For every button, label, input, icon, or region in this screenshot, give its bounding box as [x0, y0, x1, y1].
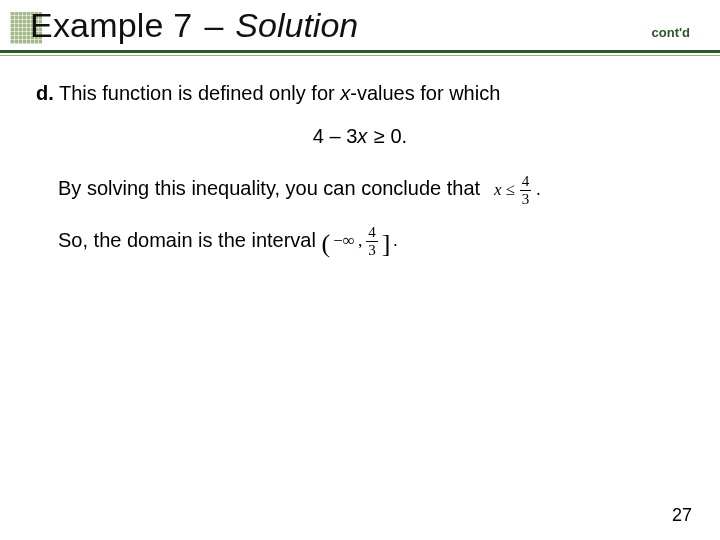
header-rule-primary [0, 50, 720, 53]
slide-title: Example 7 – Solution [30, 6, 358, 45]
ineq-rhs: 0. [390, 125, 407, 147]
intro-var-x: x [340, 82, 350, 104]
interval-frac-den: 3 [366, 242, 378, 258]
ineq-lhs-var: x [357, 125, 367, 147]
header-rule-secondary [0, 55, 720, 56]
slide-body: d. This function is defined only for x-v… [36, 80, 684, 276]
leq-symbol: ≤ [505, 179, 514, 202]
intro-line: d. This function is defined only for x-v… [36, 80, 684, 107]
inequality-expression: 4 – 3x ≥ 0. [36, 125, 684, 148]
intro-text-2: -values for which [350, 82, 500, 104]
part-d-label: d. [36, 82, 54, 104]
concl-fraction: 4 3 [519, 174, 533, 207]
interval-comma: , [358, 230, 362, 253]
conclusion-text: By solving this inequality, you can conc… [58, 177, 480, 199]
interval-neg-infinity: −∞ [333, 230, 355, 253]
continued-label: cont'd [652, 25, 690, 40]
conclusion-line: By solving this inequality, you can conc… [58, 174, 684, 207]
domain-line: So, the domain is the interval ( −∞ , 4 … [58, 225, 684, 258]
title-example-number: Example 7 [30, 6, 192, 45]
interval-tail-period: . [393, 230, 397, 253]
concl-var-x: x [494, 179, 502, 202]
domain-text: So, the domain is the interval [58, 229, 316, 251]
domain-interval: ( −∞ , 4 3 ]. [321, 225, 397, 258]
ineq-lhs-const: 4 – 3 [313, 125, 357, 147]
interval-frac-num: 4 [366, 225, 378, 242]
title-solution-word: Solution [235, 6, 358, 45]
concl-frac-den: 3 [520, 191, 532, 207]
concl-frac-num: 4 [520, 174, 532, 191]
title-row: Example 7 – Solution cont'd [30, 6, 690, 45]
page-number: 27 [672, 505, 692, 526]
intro-text-1: This function is defined only for [54, 82, 340, 104]
title-dash: – [202, 6, 225, 45]
geq-symbol: ≥ [373, 125, 385, 148]
interval-fraction: 4 3 [365, 225, 379, 258]
concl-tail-period: . [536, 179, 540, 202]
conclusion-math: x ≤ 4 3 . [486, 174, 541, 207]
